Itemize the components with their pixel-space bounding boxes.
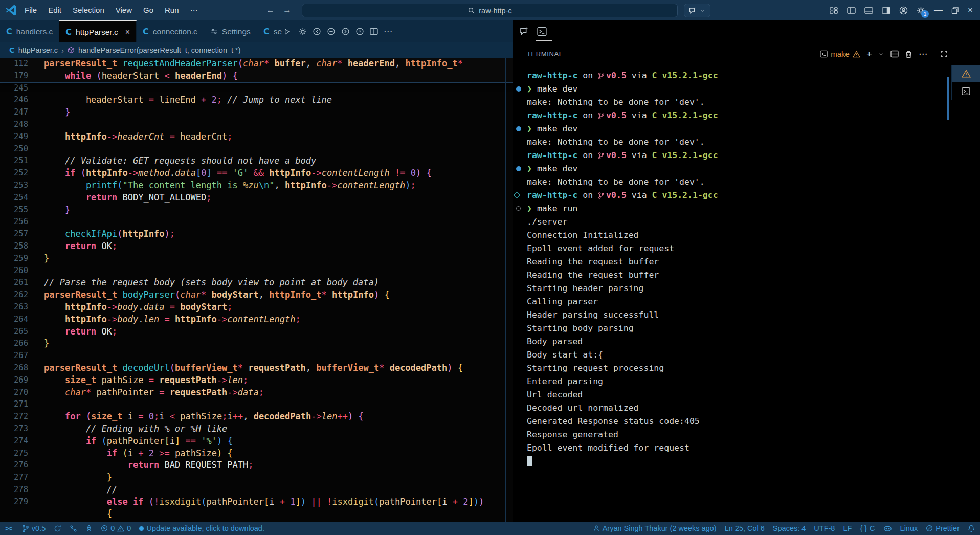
terminal-line[interactable]: Response generated: [513, 428, 948, 441]
code-line[interactable]: 275if (i + 2 >= pathSize) {: [0, 448, 513, 460]
copilot-chat-button[interactable]: [684, 4, 710, 17]
git-branch-item[interactable]: v0.5: [22, 524, 46, 532]
terminal-line[interactable]: [513, 455, 948, 468]
terminal-line[interactable]: ❯ make dev: [513, 82, 948, 96]
bell-icon[interactable]: [968, 525, 975, 532]
code-line[interactable]: 279else if (!isxdigit(pathPointer[i + 1]…: [0, 496, 513, 508]
circle-dash-icon[interactable]: [327, 27, 336, 36]
gear-icon[interactable]: [299, 28, 307, 36]
command-center-search[interactable]: raw-http-c: [302, 4, 678, 17]
update-item[interactable]: Update available, click to download.: [139, 524, 264, 532]
remote-indicator[interactable]: ><: [5, 524, 14, 532]
circle-back-icon[interactable]: [313, 27, 321, 36]
code-line[interactable]: 278//: [0, 484, 513, 496]
code-line[interactable]: 266}: [0, 338, 513, 350]
account-icon[interactable]: [899, 6, 908, 15]
layout-panel-icon[interactable]: [864, 7, 873, 14]
code-line[interactable]: 268parserResult_t decodeUrl(bufferView_t…: [0, 362, 513, 374]
code-line[interactable]: 247}: [0, 106, 513, 119]
code-line[interactable]: 259}: [0, 253, 513, 265]
split-editor-icon[interactable]: [370, 28, 378, 35]
settings-gear[interactable]: 1: [917, 6, 925, 15]
code-line[interactable]: 264httpInfo->body.len = httpInfo->conten…: [0, 314, 513, 326]
breadcrumb-symbol[interactable]: handleParseError(parserResult_t, connect…: [78, 46, 241, 54]
code-line[interactable]: 251// Validate: GET requests should not …: [0, 155, 513, 167]
copilot-icon[interactable]: [883, 525, 892, 532]
source-control-graph-icon[interactable]: [70, 525, 77, 532]
code-line[interactable]: 249httpInfo->headerCnt = headerCnt;: [0, 131, 513, 143]
code-line[interactable]: 254return BODY_NOT_ALLOWED;: [0, 192, 513, 204]
code-line[interactable]: 273// Ending with % or %H like: [0, 423, 513, 435]
menu-edit[interactable]: Edit: [48, 6, 61, 15]
code-line[interactable]: 248: [0, 119, 513, 131]
terminal-task-tab[interactable]: make: [820, 50, 860, 58]
terminal-line[interactable]: make: Nothing to be done for 'dev'.: [513, 96, 948, 109]
tab-httpparser-c[interactable]: C httpParser.c ×: [59, 20, 137, 42]
terminal-line[interactable]: ❯ make run: [513, 202, 948, 215]
code-line[interactable]: 277}: [0, 472, 513, 484]
kill-terminal-trash-icon[interactable]: [905, 50, 912, 58]
terminal-line[interactable]: Starting request processing: [513, 362, 948, 375]
code-line[interactable]: 257checkIfApi(httpInfo);: [0, 228, 513, 240]
code-editor[interactable]: 245246headerStart = lineEnd + 2; // Jump…: [0, 58, 513, 522]
code-line[interactable]: 271: [0, 398, 513, 411]
breadcrumb-file[interactable]: httpParser.c: [18, 46, 58, 54]
terminal-line[interactable]: make: Nothing to be done for 'dev'.: [513, 136, 948, 149]
code-line[interactable]: 261// Parse the request body (sets body …: [0, 277, 513, 289]
language-mode[interactable]: { } C: [860, 524, 875, 532]
terminal-tab-icon[interactable]: [537, 27, 547, 36]
terminal-line[interactable]: Epoll event added for request: [513, 242, 948, 255]
terminal-line[interactable]: raw-http-c on v0.5 via C v15.2.1-gcc: [513, 109, 948, 122]
terminal-line[interactable]: Starting header parsing: [513, 282, 948, 295]
window-close-button[interactable]: ×: [968, 5, 973, 15]
terminal-line[interactable]: Url decoded: [513, 388, 948, 402]
menu-selection[interactable]: Selection: [73, 6, 104, 15]
window-restore-button[interactable]: [951, 7, 959, 14]
code-line[interactable]: 179while (headerStart < headerEnd) {: [0, 70, 513, 82]
code-line[interactable]: 255}: [0, 204, 513, 216]
terminal-line[interactable]: Body parsed: [513, 335, 948, 348]
sync-icon[interactable]: [54, 525, 61, 532]
terminal-line[interactable]: ❯ make dev: [513, 122, 948, 136]
code-line[interactable]: 270char* pathPointer = requestPath->data…: [0, 387, 513, 399]
terminal-output[interactable]: raw-http-c on v0.5 via C v15.2.1-gcc❯ ma…: [513, 69, 948, 468]
terminal-line[interactable]: make: Nothing to be done for 'dev'.: [513, 175, 948, 189]
menu-more[interactable]: ⋯: [190, 6, 198, 15]
git-blame-item[interactable]: Aryan Singh Thakur (2 weeks ago): [593, 524, 717, 532]
code-line[interactable]: 246headerStart = lineEnd + 2; // Jump to…: [0, 94, 513, 106]
code-line[interactable]: 269size_t pathSize = requestPath->len;: [0, 374, 513, 387]
problems-item[interactable]: 0 0: [101, 524, 131, 532]
terminal-list-item-shell[interactable]: [952, 82, 980, 100]
code-line[interactable]: 265return OK;: [0, 326, 513, 338]
code-line[interactable]: 263httpInfo->body.data = bodyStart;: [0, 301, 513, 314]
code-line[interactable]: 260: [0, 265, 513, 277]
code-line[interactable]: 112parserResult_t requestAndHeaderParser…: [0, 58, 513, 70]
go-forward-icon[interactable]: →: [283, 5, 292, 15]
terminal-line[interactable]: raw-http-c on v0.5 via C v15.2.1-gcc: [513, 69, 948, 82]
tab-handlers-c[interactable]: C handlers.c: [0, 20, 59, 42]
customize-layout-icon[interactable]: [830, 7, 838, 14]
terminal-line[interactable]: Entered parsing: [513, 375, 948, 388]
code-line[interactable]: 274if (pathPointer[i] == '%') {: [0, 435, 513, 448]
code-line[interactable]: 253printf("The content length is %zu\n",…: [0, 180, 513, 192]
formatter-item[interactable]: Prettier: [926, 524, 960, 532]
os-indicator[interactable]: Linux: [900, 524, 918, 532]
editor-panel-divider[interactable]: [505, 58, 506, 522]
layout-sidebar-left-icon[interactable]: [847, 7, 856, 14]
menu-view[interactable]: View: [116, 6, 132, 15]
terminal-line[interactable]: Calling parser: [513, 295, 948, 308]
menu-run[interactable]: Run: [165, 6, 179, 15]
code-line[interactable]: 276return BAD_REQUEST_PATH;: [0, 459, 513, 472]
terminal-line[interactable]: Reading the request buffer: [513, 255, 948, 269]
new-terminal-button[interactable]: +: [866, 49, 872, 60]
terminal-line[interactable]: Decoded url normalized: [513, 402, 948, 415]
terminal-line[interactable]: ❯ make dev: [513, 162, 948, 175]
terminal-line[interactable]: Reading the request buffer: [513, 269, 948, 282]
terminal-more-icon[interactable]: ⋯: [919, 49, 928, 59]
code-line[interactable]: 252if (httpInfo->method.data[0] == 'G' &…: [0, 167, 513, 180]
terminal-scrollbar[interactable]: [947, 77, 949, 120]
terminal-line[interactable]: ./server: [513, 215, 948, 229]
circle-forward-icon[interactable]: [341, 27, 350, 36]
more-actions-icon[interactable]: ⋯: [384, 26, 393, 37]
window-minimize-button[interactable]: —: [934, 5, 943, 15]
